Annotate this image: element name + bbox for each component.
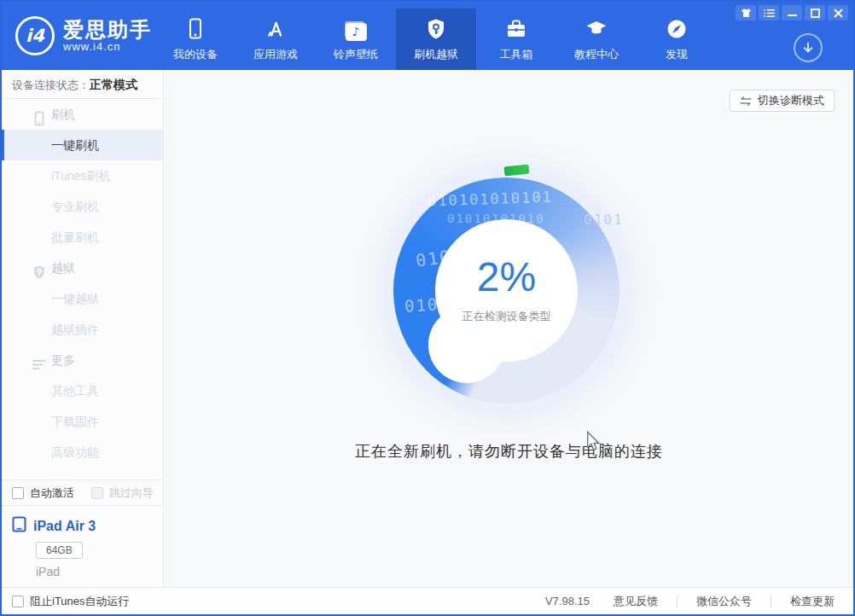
titlebar: i4 爱思助手 www.i4.cn 我的设备 应用游戏 ♪ <box>2 2 853 70</box>
app-title: 爱思助手 <box>63 18 152 42</box>
nav-my-devices[interactable]: 我的设备 <box>155 9 236 70</box>
toolbox-icon <box>504 17 528 41</box>
sidebar-item-label: 批量刷机 <box>2 222 163 253</box>
theme-icon[interactable] <box>736 5 756 20</box>
nav-flash-jailbreak[interactable]: 刷机越狱 <box>396 9 476 70</box>
sidebar-item-label: 其他工具 <box>2 375 163 406</box>
nav-tutorials[interactable]: 教程中心 <box>556 9 637 70</box>
nav-label: 铃声壁纸 <box>334 47 378 62</box>
connection-status-value: 正常模式 <box>90 78 137 91</box>
sidebar-item-other-tools[interactable]: 其他工具 <box>2 375 163 406</box>
sidebar-item-label: 专业刷机 <box>2 191 163 222</box>
sidebar-item-advanced-features[interactable]: 高级功能 <box>2 437 163 468</box>
nav-apps-games[interactable]: 应用游戏 <box>236 9 316 70</box>
auto-activate-label: 自动激活 <box>30 485 74 501</box>
switch-diagnostic-mode-button[interactable]: 切换诊断模式 <box>730 90 835 112</box>
tablet-icon <box>12 516 26 536</box>
nav-ringtones-wallpapers[interactable]: ♪ 铃声壁纸 <box>316 9 396 70</box>
status-bar: 阻止iTunes自动运行 V7.98.15 意见反馈 微信公众号 检查更新 <box>2 587 853 614</box>
sidebar-item-label: 高级功能 <box>2 437 163 468</box>
nav-discover[interactable]: 发现 <box>637 9 717 70</box>
close-icon[interactable] <box>828 5 848 20</box>
sidebar-item-download-firmware[interactable]: 下载固件 <box>2 406 163 437</box>
swap-arrows-icon <box>740 96 752 106</box>
sidebar-item-batch-flash[interactable]: 批量刷机 <box>2 222 163 253</box>
sidebar-options: 自动激活 跳过向导 <box>2 479 163 506</box>
sidebar-menu: 刷机 一键刷机 iTunes刷机 专业刷机 批量刷机 越狱 一键越狱 <box>2 99 163 468</box>
sidebar-item-one-click-flash[interactable]: 一键刷机 <box>2 130 163 160</box>
sidebar-spacer <box>2 468 163 479</box>
tutorials-icon <box>585 17 608 41</box>
sidebar-item-one-click-jailbreak[interactable]: 一键越狱 <box>2 283 163 314</box>
connection-status: 设备连接状态：正常模式 <box>2 70 163 99</box>
i4-logo-icon: i4 <box>15 16 55 55</box>
diag-button-label: 切换诊断模式 <box>758 93 824 108</box>
progress-center: 2% 正在检测设备类型 <box>435 219 578 362</box>
skip-wizard-checkbox[interactable]: 跳过向导 <box>91 485 154 501</box>
checkbox-icon <box>91 487 103 499</box>
download-manager-icon[interactable] <box>794 33 823 62</box>
sidebar-item-label: 刷机 <box>2 99 163 130</box>
app-window: i4 爱思助手 www.i4.cn 我的设备 应用游戏 ♪ <box>0 0 855 616</box>
sidebar-item-label: 一键刷机 <box>2 130 163 160</box>
device-name: iPad Air 3 <box>33 519 96 534</box>
sidebar-item-jailbreak[interactable]: 越狱 <box>2 253 163 283</box>
device-model: iPad <box>36 565 153 578</box>
sidebar-item-jailbreak-plugins[interactable]: 越狱插件 <box>2 314 163 345</box>
connection-status-label: 设备连接状态： <box>12 78 90 91</box>
check-update-link[interactable]: 检查更新 <box>790 594 835 609</box>
version-label: V7.98.15 <box>545 595 590 607</box>
sidebar-item-label: 下载固件 <box>2 406 163 437</box>
sidebar-item-label: 一键越狱 <box>2 283 163 314</box>
device-capacity-badge: 64GB <box>36 542 83 559</box>
sidebar-item-flash[interactable]: 刷机 <box>2 99 163 130</box>
progress-percent: 2% <box>477 257 536 298</box>
minimize-icon[interactable] <box>782 5 802 20</box>
nav-label: 发现 <box>666 47 688 62</box>
sidebar-item-more[interactable]: 更多 <box>2 345 163 375</box>
nav-label: 应用游戏 <box>253 47 298 62</box>
checkbox-icon[interactable] <box>12 487 24 499</box>
ringtones-wallpapers-icon: ♪ <box>346 17 367 41</box>
block-itunes-checkbox[interactable]: 阻止iTunes自动运行 <box>12 594 130 609</box>
discover-icon <box>665 17 689 41</box>
apps-games-icon <box>264 17 288 41</box>
feedback-link[interactable]: 意见反馈 <box>614 594 658 609</box>
sidebar-item-label: iTunes刷机 <box>2 160 163 191</box>
progress-marker <box>504 165 530 177</box>
sidebar-item-label: 越狱插件 <box>2 314 163 345</box>
wechat-link[interactable]: 微信公众号 <box>696 594 752 609</box>
skip-wizard-label: 跳过向导 <box>109 485 154 501</box>
window-controls <box>736 5 848 20</box>
mouse-cursor <box>586 431 600 455</box>
flash-jailbreak-icon <box>424 17 448 41</box>
nav-toolbox[interactable]: 工具箱 <box>476 9 556 70</box>
nav-label: 刷机越狱 <box>414 47 458 62</box>
device-panel[interactable]: iPad Air 3 64GB iPad <box>2 506 163 587</box>
nav-label: 我的设备 <box>173 47 218 62</box>
menu-list-icon[interactable] <box>759 5 779 20</box>
sidebar-item-itunes-flash[interactable]: iTunes刷机 <box>2 160 163 191</box>
binary-texture: 0101 <box>584 212 624 228</box>
sidebar-item-pro-flash[interactable]: 专业刷机 <box>2 191 163 222</box>
nav-label: 教程中心 <box>574 47 619 62</box>
auto-activate-checkbox[interactable]: 自动激活 <box>12 485 74 501</box>
flash-status-message: 正在全新刷机，请勿断开设备与电脑的连接 <box>165 441 853 462</box>
my-devices-icon <box>183 17 207 41</box>
divider <box>771 596 771 607</box>
app-url: www.i4.cn <box>63 41 152 54</box>
progress-stage: 正在检测设备类型 <box>462 309 551 324</box>
checkbox-icon[interactable] <box>12 596 24 607</box>
divider <box>677 596 678 607</box>
sidebar: 设备连接状态：正常模式 刷机 一键刷机 iTunes刷机 专业刷机 批量刷机 <box>2 70 164 587</box>
main-nav: 我的设备 应用游戏 ♪ 铃声壁纸 刷机越狱 <box>155 9 717 70</box>
block-itunes-label: 阻止iTunes自动运行 <box>30 594 130 609</box>
maximize-icon[interactable] <box>805 5 825 20</box>
app-logo: i4 爱思助手 www.i4.cn <box>15 2 152 70</box>
sidebar-item-label: 更多 <box>2 345 163 375</box>
nav-label: 工具箱 <box>500 47 533 62</box>
sidebar-item-label: 越狱 <box>2 253 163 283</box>
main-content: 切换诊断模式 010101010101 01010101010 0101 010… <box>165 70 853 587</box>
